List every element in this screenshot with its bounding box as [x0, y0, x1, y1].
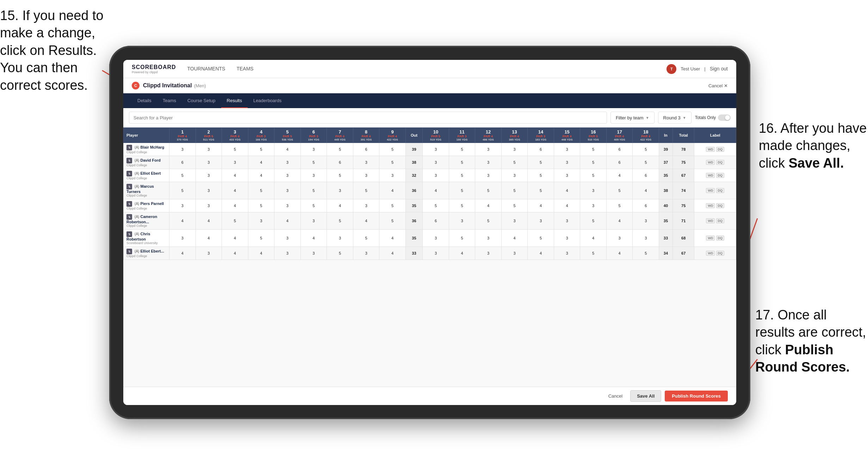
score-h12[interactable]: 5 [475, 182, 502, 199]
score-h12[interactable]: 3 [475, 169, 502, 182]
score-h9[interactable]: 3 [379, 169, 406, 182]
score-h7[interactable]: 3 [327, 230, 353, 247]
score-h11[interactable]: 4 [449, 247, 475, 260]
score-h9[interactable]: 4 [379, 230, 406, 247]
score-h16[interactable]: 5 [580, 212, 607, 230]
score-h3[interactable]: 3 [222, 156, 248, 169]
score-h8[interactable]: 5 [353, 230, 379, 247]
score-h9[interactable]: 5 [379, 143, 406, 156]
score-h3[interactable]: 4 [222, 169, 248, 182]
score-h3[interactable]: 4 [222, 247, 248, 260]
score-h5[interactable]: 4 [274, 212, 301, 230]
sign-out-link[interactable]: Sign out [710, 64, 728, 74]
score-h11[interactable]: 3 [449, 212, 475, 230]
score-h10[interactable]: 4 [423, 182, 449, 199]
score-h18[interactable]: 5 [633, 156, 659, 169]
score-h2[interactable]: 3 [196, 247, 222, 260]
score-h4[interactable]: 4 [248, 156, 274, 169]
score-h10[interactable]: 3 [423, 143, 449, 156]
score-h13[interactable]: 3 [501, 143, 528, 156]
score-h12[interactable]: 5 [475, 212, 502, 230]
score-h15[interactable]: 3 [554, 230, 580, 247]
score-h4[interactable]: 4 [248, 247, 274, 260]
wd-btn[interactable]: WD [706, 188, 715, 193]
score-h14[interactable]: 6 [528, 143, 554, 156]
score-h12[interactable]: 4 [475, 199, 502, 212]
score-h4[interactable]: 5 [248, 199, 274, 212]
score-h1[interactable]: 4 [169, 212, 196, 230]
score-h16[interactable]: 5 [580, 156, 607, 169]
search-input[interactable] [129, 112, 607, 124]
dq-btn[interactable]: DQ [716, 236, 725, 241]
score-h13[interactable]: 3 [501, 212, 528, 230]
score-h7[interactable]: 5 [327, 247, 353, 260]
score-h2[interactable]: 3 [196, 169, 222, 182]
dq-btn[interactable]: DQ [716, 251, 725, 256]
score-h9[interactable]: 4 [379, 247, 406, 260]
score-h11[interactable]: 5 [449, 143, 475, 156]
score-h11[interactable]: 5 [449, 156, 475, 169]
score-h12[interactable]: 3 [475, 247, 502, 260]
score-h1[interactable]: 3 [169, 199, 196, 212]
score-h2[interactable]: 3 [196, 199, 222, 212]
score-h16[interactable]: 3 [580, 182, 607, 199]
round-selector-btn[interactable]: Round 3 ▼ [658, 112, 692, 124]
save-all-btn[interactable]: Save All [630, 390, 661, 402]
score-h4[interactable]: 5 [248, 143, 274, 156]
score-h17[interactable]: 4 [606, 169, 633, 182]
score-h18[interactable]: 4 [633, 182, 659, 199]
score-h1[interactable]: 3 [169, 143, 196, 156]
score-h15[interactable]: 3 [554, 169, 580, 182]
score-h3[interactable]: 5 [222, 143, 248, 156]
score-h9[interactable]: 5 [379, 156, 406, 169]
dq-btn[interactable]: DQ [716, 147, 725, 152]
score-h17[interactable]: 5 [606, 199, 633, 212]
score-h8[interactable]: 5 [353, 182, 379, 199]
score-h10[interactable]: 3 [423, 156, 449, 169]
score-h13[interactable]: 3 [501, 247, 528, 260]
score-h3[interactable]: 4 [222, 182, 248, 199]
score-h9[interactable]: 5 [379, 212, 406, 230]
score-h12[interactable]: 3 [475, 156, 502, 169]
score-h16[interactable]: 3 [580, 199, 607, 212]
score-h1[interactable]: 5 [169, 182, 196, 199]
score-h17[interactable]: 6 [606, 156, 633, 169]
score-h6[interactable]: 4 [300, 230, 327, 247]
score-h16[interactable]: 5 [580, 169, 607, 182]
score-h12[interactable]: 3 [475, 230, 502, 247]
score-h2[interactable]: 3 [196, 156, 222, 169]
score-h5[interactable]: 3 [274, 199, 301, 212]
score-h18[interactable]: 3 [633, 230, 659, 247]
score-h6[interactable]: 3 [300, 169, 327, 182]
tab-teams[interactable]: Teams [157, 93, 182, 108]
tab-leaderboards[interactable]: Leaderboards [248, 93, 287, 108]
tab-course-setup[interactable]: Course Setup [182, 93, 221, 108]
totals-toggle-switch[interactable] [718, 114, 731, 121]
score-h14[interactable]: 5 [528, 230, 554, 247]
score-h14[interactable]: 4 [528, 247, 554, 260]
score-h8[interactable]: 3 [353, 247, 379, 260]
score-h18[interactable]: 3 [633, 212, 659, 230]
score-h15[interactable]: 4 [554, 182, 580, 199]
cancel-btn[interactable]: Cancel [604, 391, 627, 401]
score-h8[interactable]: 3 [353, 169, 379, 182]
score-h11[interactable]: 5 [449, 182, 475, 199]
score-h11[interactable]: 5 [449, 199, 475, 212]
score-h12[interactable]: 3 [475, 143, 502, 156]
score-h5[interactable]: 4 [274, 143, 301, 156]
score-h8[interactable]: 6 [353, 143, 379, 156]
score-h2[interactable]: 4 [196, 230, 222, 247]
score-h7[interactable]: 3 [327, 182, 353, 199]
score-h14[interactable]: 4 [528, 199, 554, 212]
score-h7[interactable]: 6 [327, 156, 353, 169]
score-h16[interactable]: 4 [580, 230, 607, 247]
score-h8[interactable]: 3 [353, 199, 379, 212]
score-h3[interactable]: 4 [222, 199, 248, 212]
score-h13[interactable]: 4 [501, 230, 528, 247]
score-h2[interactable]: 3 [196, 143, 222, 156]
publish-btn[interactable]: Publish Round Scores [665, 391, 728, 401]
score-h9[interactable]: 5 [379, 199, 406, 212]
dq-btn[interactable]: DQ [716, 218, 725, 223]
score-h15[interactable]: 3 [554, 156, 580, 169]
score-h1[interactable]: 6 [169, 156, 196, 169]
